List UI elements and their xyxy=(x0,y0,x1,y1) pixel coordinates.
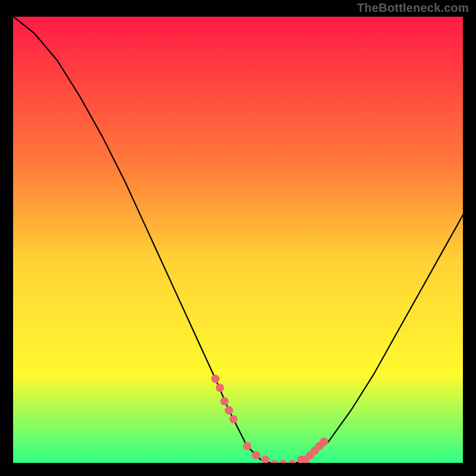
marker-dot xyxy=(243,442,251,450)
marker-dot xyxy=(229,415,237,424)
outer-bottom-margin xyxy=(0,464,476,476)
watermark-text: TheBottleneck.com xyxy=(357,1,469,15)
plot-background xyxy=(12,15,464,464)
chart-frame: TheBottleneck.com xyxy=(0,0,476,476)
bottleneck-chart xyxy=(0,0,476,476)
marker-dot xyxy=(220,397,228,405)
marker-dot xyxy=(252,451,260,459)
marker-dot xyxy=(261,456,270,464)
marker-dot xyxy=(211,375,220,383)
marker-dot xyxy=(320,437,328,446)
marker-dot xyxy=(216,384,224,392)
outer-left-margin xyxy=(0,0,12,476)
marker-dot xyxy=(225,406,233,415)
outer-right-margin xyxy=(464,0,476,476)
